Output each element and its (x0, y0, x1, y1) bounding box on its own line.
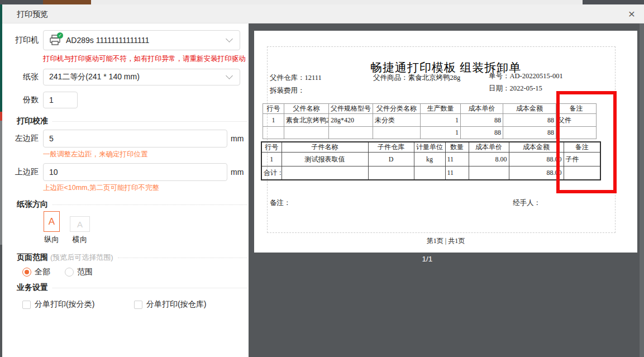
left-margin-row: 左边距 mm (2, 130, 249, 147)
business-section-heading: 业务设置 (2, 283, 249, 293)
orientation-landscape-option[interactable]: A 横向 (70, 216, 90, 245)
table-row: 1 素食北京烤鸭28g 28g*420 未分类 1 88 88 父件 (263, 114, 597, 127)
left-margin-label: 左边距 (2, 134, 39, 144)
top-margin-row: 上边距 mm (2, 163, 249, 181)
doc-field-date: 日期：2022-05-15 (489, 84, 542, 93)
table-header-row: 行号 子件名称 子件仓库 计量单位 数量 成本单价 成本金额 备注 (261, 142, 600, 153)
table-subtotal-row: 1 88 88 (263, 127, 597, 139)
background-app-top-strip (0, 0, 644, 4)
table-row: 1 测试报表取值 D kg 11 8.00 88.00 子件 (261, 153, 600, 166)
doc-field-warehouse: 父件仓库：12111 (270, 73, 322, 83)
split-print-by-category-checkbox[interactable] (22, 301, 31, 309)
copies-label: 份数 (2, 95, 39, 105)
preview-page: 畅捷通打印模板 组装拆卸单 父件仓库：12111 父件商品：素食北京烤鸭28g … (254, 31, 637, 253)
left-margin-unit: mm (231, 134, 244, 143)
orientation-portrait-option[interactable]: A 纵向 (44, 211, 60, 245)
chevron-down-icon (226, 35, 233, 42)
printer-value: AD289s 11111111111111 (66, 36, 149, 45)
radio-all-label[interactable]: 全部 (35, 267, 50, 277)
print-settings-panel: 打印机 ✓ AD289s 11111111111111 打印机与打印驱动可能不符… (2, 23, 249, 357)
preview-scrollbar[interactable] (640, 23, 644, 357)
left-margin-input[interactable] (43, 130, 227, 147)
page-indicator: 1/1 (249, 255, 606, 263)
paper-label: 纸张 (2, 72, 39, 82)
paper-value: 241二等分(241 * 140 mm) (49, 72, 140, 82)
portrait-label[interactable]: 纵向 (44, 235, 59, 245)
orientation-section-heading: 纸张方向 (2, 199, 249, 210)
paper-select[interactable]: 241二等分(241 * 140 mm) (43, 69, 240, 85)
split-print-by-warehouse-option[interactable]: 分单打印(按仓库) (134, 299, 246, 310)
table-header-row: 行号 父件名称 父件规格型号 父件分类名称 生产数量 成本单价 成本金额 备注 (263, 104, 597, 114)
parent-items-table: 行号 父件名称 父件规格型号 父件分类名称 生产数量 成本单价 成本金额 备注 … (263, 103, 597, 139)
copies-row: 份数 (2, 92, 249, 108)
doc-field-doc-no: 单号：AD-20220515-001 (489, 72, 563, 81)
printer-row: 打印机 ✓ AD289s 11111111111111 (2, 30, 249, 50)
dialog-title: 打印预览 (17, 4, 48, 23)
print-preview-pane: 畅捷通打印模板 组装拆卸单 父件仓库：12111 父件商品：素食北京烤鸭28g … (249, 23, 644, 357)
business-options: 分单打印(按分类) 分单打印(按仓库) (2, 299, 249, 310)
table-total-row: 合计： 11 88.00 (261, 166, 600, 180)
radio-all-pages[interactable] (22, 268, 31, 277)
copies-input[interactable] (43, 92, 78, 108)
page-range-note: (预览后可选择范围) (50, 253, 113, 263)
orientation-options: A 纵向 A 横向 (2, 211, 249, 245)
top-margin-input[interactable] (43, 163, 227, 181)
split-print-by-category-option[interactable]: 分单打印(按分类) (22, 299, 134, 310)
chevron-down-icon (226, 72, 233, 79)
page-range-section-heading: 页面范围 (预览后可选择范围) (2, 253, 249, 263)
background-app-surface (91, 0, 583, 4)
printer-label: 打印机 (2, 35, 39, 45)
child-items-table: 行号 子件名称 子件仓库 计量单位 数量 成本单价 成本金额 备注 1 测试报表… (261, 141, 601, 180)
landscape-orientation-icon[interactable]: A (70, 216, 90, 232)
doc-field-fee: 拆装费用： (270, 86, 305, 96)
print-preview-dialog-header: 打印预览 × (2, 4, 644, 23)
close-icon[interactable]: × (624, 6, 640, 22)
doc-page-info: 第1页 | 共1页 (254, 236, 637, 246)
printer-icon: ✓ (49, 35, 61, 46)
portrait-orientation-icon[interactable]: A (44, 211, 60, 232)
printer-select[interactable]: ✓ AD289s 11111111111111 (43, 30, 240, 50)
top-margin-unit: mm (231, 168, 244, 177)
radio-range-label[interactable]: 范围 (77, 267, 93, 277)
calibration-section-heading: 打印校准 (2, 116, 249, 126)
radio-page-range[interactable] (65, 268, 74, 277)
left-margin-hint: 一般调整左边距，来确定打印位置 (2, 150, 249, 159)
paper-row: 纸张 241二等分(241 * 140 mm) (2, 69, 249, 85)
background-app-tab (43, 0, 91, 4)
split-print-by-warehouse-checkbox[interactable] (134, 301, 142, 309)
top-margin-label: 上边距 (2, 167, 39, 177)
printer-status-check-icon: ✓ (57, 32, 63, 39)
landscape-label[interactable]: 横向 (73, 235, 88, 245)
top-margin-hint: 上边距<10mm,第二页可能打印不完整 (2, 183, 249, 193)
printer-driver-warning: 打印机与打印驱动可能不符，如有打印异常，请重新安装打印驱动 (2, 54, 249, 64)
doc-field-product: 父件商品：素食北京烤鸭28g (373, 73, 460, 83)
page-range-options: 全部 范围 (2, 267, 249, 277)
doc-remark-label: 备注： (270, 198, 291, 208)
doc-handler-label: 经手人： (513, 198, 541, 208)
